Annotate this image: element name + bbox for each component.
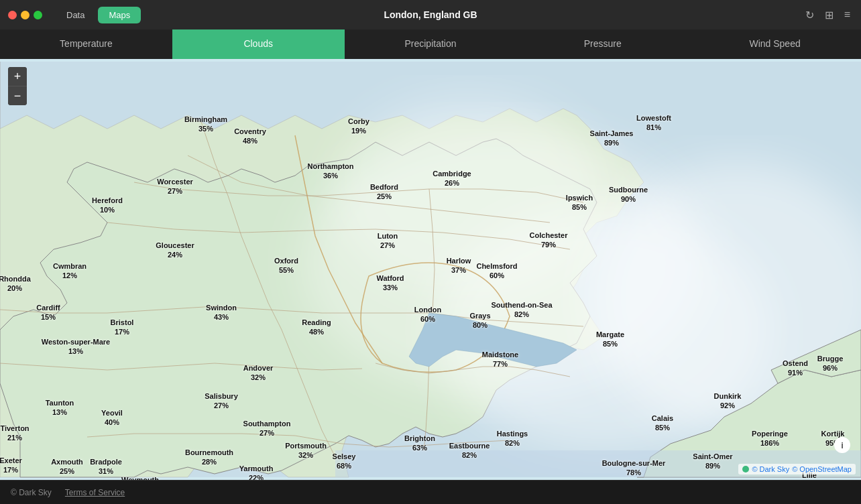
footer-copyright: © Dark Sky [11,488,52,497]
tab-temperature[interactable]: Temperature [0,29,172,59]
tab-clouds[interactable]: Clouds [172,29,345,59]
zoom-in-button[interactable]: + [8,67,27,86]
data-tab[interactable]: Data [56,7,95,23]
minimize-button[interactable] [21,11,30,19]
maximize-button[interactable] [34,11,42,19]
footer: © Dark Sky Terms of Service [0,480,861,504]
svg-point-3 [335,95,604,296]
titlebar: Data Maps London, England GB ↻ ⊞ ≡ [0,0,861,29]
osm-link[interactable]: © OpenStreetMap [792,465,852,473]
titlebar-actions: ↻ ⊞ ≡ [805,9,850,21]
terms-of-service-link[interactable]: Terms of Service [65,488,125,497]
tab-precipitation[interactable]: Precipitation [345,29,517,59]
app-tabs: Data Maps [56,7,141,23]
tab-pressure[interactable]: Pressure [516,29,689,59]
layers-icon[interactable]: ⊞ [825,9,834,21]
dark-sky-dot [742,466,749,472]
maps-tab[interactable]: Maps [98,7,141,23]
tab-wind-speed[interactable]: Wind Speed [689,29,861,59]
traffic-lights [8,11,42,19]
info-button[interactable]: i [834,437,850,453]
zoom-out-button[interactable]: − [8,86,27,105]
menu-icon[interactable]: ≡ [844,9,850,21]
map-view[interactable]: Lowestoft81%Saint-James89%Corby19%Birmin… [0,59,861,480]
map-attribution: © Dark Sky © OpenStreetMap [738,464,856,475]
window-title: London, England GB [384,9,477,20]
close-button[interactable] [8,11,17,19]
map-type-tabs: Temperature Clouds Precipitation Pressur… [0,29,861,59]
refresh-icon[interactable]: ↻ [805,9,814,21]
dark-sky-link[interactable]: © Dark Sky [752,465,789,473]
zoom-controls: + − [8,67,27,105]
